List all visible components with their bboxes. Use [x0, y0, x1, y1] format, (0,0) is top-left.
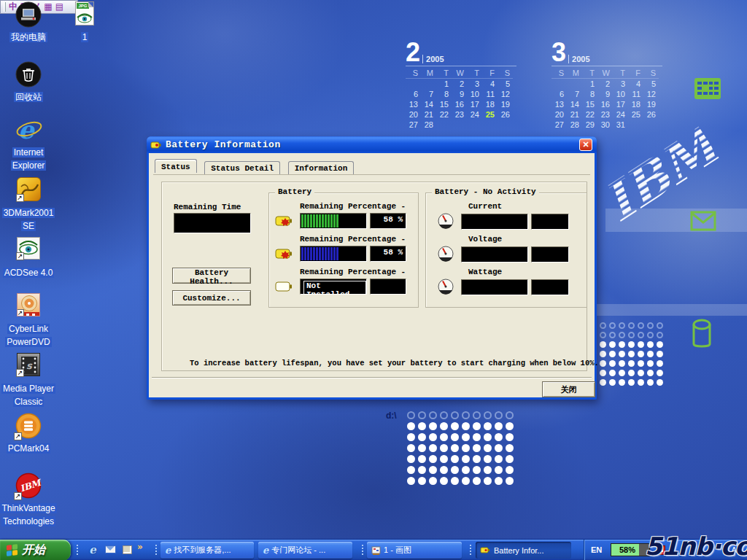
wallpaper-dot: [407, 422, 415, 430]
battery1-bar: [300, 213, 367, 229]
wallpaper-dot: [609, 370, 616, 376]
wallpaper-dot: [657, 332, 663, 338]
wallpaper-dot: [484, 433, 492, 441]
battery-charging-icon: [275, 215, 294, 228]
calendar-day: 9: [597, 89, 613, 99]
wallpaper-dot: [506, 444, 514, 452]
icon-label: ThinkVantage: [0, 503, 56, 513]
quicklaunch-ie-icon[interactable]: e: [86, 543, 99, 556]
toolbar-grip[interactable]: [361, 544, 364, 556]
close-icon[interactable]: ✕: [579, 139, 592, 151]
calendar-day: 1: [436, 79, 452, 89]
dialog-titlebar[interactable]: Battery Information ✕: [147, 136, 597, 153]
wallpaper-dot: [451, 411, 459, 419]
icon-label: CyberLink: [7, 324, 50, 334]
calendar-day: 28: [421, 120, 436, 130]
desktop-icon-media-player-classic[interactable]: s ↗ Media Player Classic: [0, 353, 57, 408]
wallpaper-dot-grid: [406, 410, 515, 486]
wallpaper-dot: [473, 455, 481, 463]
shortcut-arrow-icon: ↗: [16, 194, 24, 202]
tray-battery-meter[interactable]: 58%: [611, 543, 650, 556]
desktop-icon-powerdvd[interactable]: ↗ CyberLink PowerDVD: [0, 293, 57, 348]
calendar-day-header: S: [551, 68, 567, 79]
taskbar-item-ie-forum[interactable]: e 专门网论坛 - ...: [258, 542, 352, 559]
customize-button[interactable]: Customize...: [172, 290, 251, 306]
calendar-day: 24: [467, 109, 482, 120]
gauge-icon: [436, 212, 455, 231]
close-button[interactable]: 关闭: [542, 381, 595, 397]
language-indicator[interactable]: EN: [591, 545, 602, 554]
calendar-day: 25: [482, 109, 498, 120]
quicklaunch-overflow-chevron[interactable]: »: [137, 542, 143, 552]
wallpaper-dot: [619, 332, 625, 338]
calendar-day: 5: [498, 79, 513, 89]
tab-information[interactable]: Information: [288, 161, 355, 174]
wallpaper-dot: [647, 360, 654, 367]
wallpaper-dot: [418, 466, 426, 474]
wallpaper-dot: [429, 433, 437, 441]
wallpaper-dot: [440, 422, 448, 430]
desktop-icon-my-computer[interactable]: 我的电脑: [0, 1, 57, 43]
desktop-icon-internet-explorer[interactable]: e Internet Explorer: [0, 117, 57, 171]
wallpaper-dot: [609, 379, 616, 386]
wallpaper-dot: [506, 466, 514, 474]
task-label: 找不到服务器,...: [174, 545, 231, 556]
wallpaper-dot: [609, 351, 616, 357]
calendar-day: 16: [597, 99, 613, 109]
toolbar-grip[interactable]: [155, 544, 158, 556]
internet-explorer-icon: e: [15, 117, 42, 143]
wallpaper-dot: [462, 444, 470, 452]
task-label: Battery Infor...: [494, 546, 543, 555]
battery-group: Battery Remaining Percentage - 58 % Rema…: [268, 192, 419, 308]
desktop-icon-jpg-1[interactable]: JPG 1: [63, 1, 107, 43]
wallpaper-calendar-february: 2 2005 SMTWTFS12345678910111213141516171…: [406, 42, 516, 130]
calendar-day: 10: [613, 89, 628, 99]
wallpaper-dot: [429, 444, 437, 452]
wallpaper-dot: [600, 341, 606, 348]
calendar-day: 6: [551, 89, 567, 99]
calendar-day: 22: [582, 109, 597, 120]
quicklaunch-show-desktop-icon[interactable]: [123, 543, 136, 556]
desktop-icon-thinkvantage[interactable]: IBM ↗ ThinkVantage Technologies: [0, 472, 57, 527]
battery-health-button[interactable]: Battery Health...: [172, 268, 251, 284]
voltage-display-small: [531, 246, 569, 262]
desktop-icon-pcmark04[interactable]: ↗ PCMark04: [0, 413, 57, 454]
taskbar-item-paint[interactable]: 1 - 画图: [367, 542, 462, 559]
tab-status[interactable]: Status: [155, 159, 197, 173]
wallpaper-dot: [473, 411, 481, 419]
desktop-icon-recycle-bin[interactable]: 回收站: [0, 61, 57, 103]
calendar-day: 19: [643, 99, 659, 109]
icon-label: Technologies: [1, 516, 55, 526]
wallpaper-dot: [638, 360, 644, 367]
calendar-grid: SMTWTFS123456789101112131415161718192021…: [551, 68, 662, 130]
wallpaper-dot: [628, 370, 635, 376]
taskbar-item-battery-information[interactable]: Battery Infor...: [476, 542, 571, 559]
calendar-day: 2: [452, 79, 467, 89]
gauge-icon: [436, 278, 455, 297]
wallpaper-dot: [462, 433, 470, 441]
tab-status-detail[interactable]: Status Detail: [204, 161, 280, 174]
wallpaper-dot: [628, 360, 635, 367]
remaining-percentage-label: Remaining Percentage -: [300, 235, 406, 244]
toolbar-grip[interactable]: [76, 544, 79, 556]
wallpaper-dot: [657, 379, 663, 386]
calendar-day: 8: [436, 89, 452, 99]
ie-icon: e: [165, 545, 171, 556]
wallpaper-dot: [407, 433, 415, 441]
wallpaper-dot: [609, 332, 616, 338]
wallpaper-dot: [407, 477, 415, 485]
quicklaunch-mail-icon[interactable]: [105, 543, 118, 556]
calendar-day: [467, 120, 482, 130]
wallpaper-dot: [506, 455, 514, 463]
wallpaper-dot: [407, 444, 415, 452]
wallpaper-dot: [429, 455, 437, 463]
desktop-icon-3dmark2001[interactable]: ↗ 3DMark2001 SE: [0, 177, 57, 232]
desktop-icon-acdsee[interactable]: ↗ ACDSee 4.0: [0, 237, 57, 279]
toolbar-grip[interactable]: [469, 544, 472, 556]
calendar-day: 11: [628, 89, 643, 99]
calendar-day: 6: [406, 89, 421, 99]
taskbar-item-ie-server[interactable]: e 找不到服务器,...: [160, 542, 254, 559]
wallpaper-dot: [628, 341, 635, 348]
calendar-day-header: F: [482, 68, 498, 79]
start-button[interactable]: 开始: [0, 540, 71, 560]
